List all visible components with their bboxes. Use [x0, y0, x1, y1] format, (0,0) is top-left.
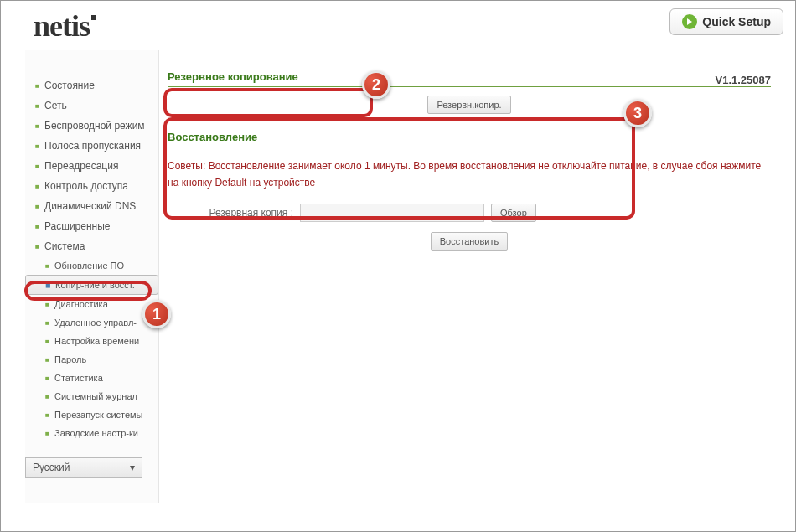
- restore-section: Восстановление Советы: Восстановление за…: [168, 127, 771, 252]
- bullet-icon: ◼: [44, 281, 52, 289]
- nav-syslog[interactable]: ■Системный журнал: [25, 387, 158, 405]
- nav-label: Расширенные: [44, 220, 111, 232]
- nav-label: Настройка времени: [54, 336, 139, 346]
- nav-label: Система: [44, 240, 85, 252]
- nav-factory[interactable]: ■Заводские настр-ки: [25, 424, 158, 442]
- browse-button[interactable]: Обзор: [491, 204, 536, 222]
- nav-label: Сеть: [44, 100, 67, 111]
- nav-firmware[interactable]: ■Обновление ПО: [25, 256, 158, 275]
- restore-hint: Советы: Восстановление занимает около 1 …: [168, 154, 771, 200]
- bullet-icon: ■: [44, 319, 51, 327]
- nav-bandwidth[interactable]: ■Полоса пропускания: [25, 136, 158, 156]
- bullet-icon: ■: [44, 374, 51, 382]
- nav-label: Пароль: [54, 354, 86, 364]
- bullet-icon: ■: [44, 338, 51, 345]
- quick-setup-label: Quick Setup: [702, 15, 771, 28]
- bullet-icon: ■: [34, 142, 41, 150]
- nav-label: Полоса пропускания: [44, 140, 141, 152]
- nav-reboot[interactable]: ■Перезапуск системы: [25, 405, 158, 424]
- nav-label: Состояние: [44, 80, 95, 91]
- bullet-icon: ■: [34, 122, 41, 130]
- nav-label: Статистика: [54, 373, 103, 383]
- nav-label: Контроль доступа: [44, 180, 128, 192]
- annotation-badge-3: 3: [623, 99, 652, 127]
- nav-backup-restore[interactable]: ◼Копир-ние и восст.: [25, 275, 158, 295]
- nav-advanced[interactable]: ■Расширенные: [25, 216, 158, 236]
- nav-label: Диагностика: [54, 299, 108, 309]
- restore-button[interactable]: Восстановить: [431, 232, 508, 251]
- bullet-icon: ■: [44, 356, 51, 364]
- backup-title: Резервное копирование: [168, 67, 771, 87]
- annotation-badge-1: 1: [142, 300, 171, 328]
- nav-label: Переадресация: [44, 160, 118, 172]
- nav-status[interactable]: ■Состояние: [25, 75, 158, 96]
- nav-wireless[interactable]: ■Беспроводной режим: [25, 116, 158, 136]
- bullet-icon: ■: [44, 262, 51, 270]
- nav-label: Удаленное управл-: [54, 318, 137, 328]
- bullet-icon: ■: [34, 102, 41, 110]
- bullet-icon: ■: [34, 223, 41, 230]
- nav-ddns[interactable]: ■Динамический DNS: [25, 196, 158, 216]
- nav-access[interactable]: ■Контроль доступа: [25, 176, 158, 196]
- bullet-icon: ■: [44, 430, 51, 437]
- nav-password[interactable]: ■Пароль: [25, 350, 158, 369]
- backup-button[interactable]: Резервн.копир.: [427, 96, 510, 114]
- nav-time[interactable]: ■Настройка времени: [25, 332, 158, 350]
- nav-label: Динамический DNS: [44, 200, 136, 212]
- content: Резервное копирование Резервн.копир. Вос…: [159, 50, 796, 503]
- bullet-icon: ■: [34, 82, 41, 90]
- nav-label: Перезапуск системы: [54, 410, 143, 420]
- bullet-icon: ■: [34, 243, 41, 251]
- nav-network[interactable]: ■Сеть: [25, 96, 158, 116]
- sidebar: ■Состояние ■Сеть ■Беспроводной режим ■По…: [25, 50, 159, 503]
- language-label: Русский: [33, 462, 70, 473]
- bullet-icon: ■: [34, 203, 41, 210]
- nav-label: Системный журнал: [54, 391, 137, 401]
- arrow-icon: [682, 14, 697, 29]
- quick-setup-button[interactable]: Quick Setup: [669, 8, 783, 35]
- nav-label: Заводские настр-ки: [54, 428, 138, 438]
- bullet-icon: ■: [44, 411, 51, 419]
- nav-label: Обновление ПО: [54, 261, 124, 271]
- backup-section: Резервное копирование Резервн.копир.: [168, 67, 771, 116]
- logo: netis: [34, 9, 90, 43]
- nav-forwarding[interactable]: ■Переадресация: [25, 156, 158, 176]
- logo-dot: [91, 15, 96, 20]
- annotation-badge-2: 2: [362, 70, 390, 99]
- nav-stats[interactable]: ■Статистика: [25, 369, 158, 387]
- language-select[interactable]: Русский ▾: [25, 457, 142, 478]
- file-label: Резервная копия :: [193, 207, 293, 219]
- bullet-icon: ■: [34, 183, 41, 190]
- bullet-icon: ■: [44, 301, 51, 308]
- nav-remote[interactable]: ■Удаленное управл-: [25, 313, 158, 332]
- bullet-icon: ■: [44, 393, 51, 400]
- bullet-icon: ■: [34, 163, 41, 170]
- file-input[interactable]: [300, 204, 484, 222]
- nav-system[interactable]: ■Система: [25, 236, 158, 256]
- chevron-down-icon: ▾: [130, 462, 135, 473]
- restore-title: Восстановление: [168, 127, 771, 147]
- nav-label: Беспроводной режим: [44, 120, 145, 132]
- nav-diagnostics[interactable]: ■Диагностика: [25, 295, 158, 313]
- nav-label: Копир-ние и восст.: [55, 280, 135, 290]
